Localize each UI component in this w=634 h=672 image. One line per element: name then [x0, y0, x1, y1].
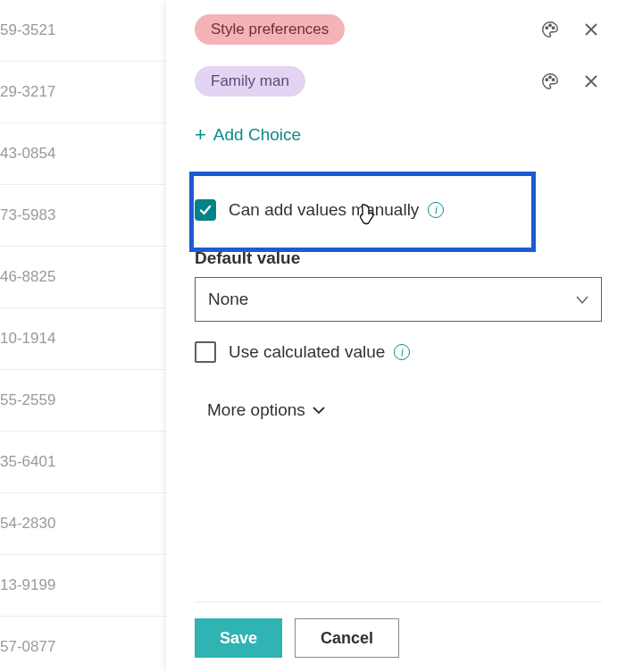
info-icon[interactable]: i	[394, 344, 410, 360]
save-button[interactable]: Save	[195, 618, 282, 658]
use-calculated-row[interactable]: Use calculated value i	[195, 341, 602, 363]
svg-point-2	[552, 27, 554, 29]
list-row: 29-3217	[0, 62, 170, 123]
default-value-select[interactable]: None	[195, 277, 602, 322]
cancel-button[interactable]: Cancel	[295, 618, 399, 658]
choice-pill[interactable]: Family man	[195, 66, 305, 97]
chevron-down-icon	[313, 406, 325, 415]
chevron-down-icon	[576, 290, 588, 309]
panel-footer: Save Cancel	[195, 601, 602, 658]
svg-point-1	[549, 24, 551, 26]
can-add-values-row[interactable]: Can add values manually i	[195, 168, 602, 248]
add-choice-button[interactable]: + Add Choice	[195, 123, 602, 147]
choice-row: Style preferences	[195, 4, 602, 55]
add-choice-label: Add Choice	[213, 125, 301, 145]
more-options-toggle[interactable]: More options	[207, 400, 602, 420]
palette-icon[interactable]	[539, 71, 561, 92]
can-add-values-checkbox[interactable]	[195, 199, 216, 221]
list-row: 35-6401	[0, 432, 170, 493]
list-row: 57-0877	[0, 617, 170, 672]
choice-row: Family man	[195, 55, 602, 107]
default-value-selected: None	[208, 290, 248, 309]
can-add-values-label: Can add values manually i	[229, 200, 444, 220]
info-icon[interactable]: i	[428, 202, 444, 218]
use-calculated-checkbox[interactable]	[195, 341, 216, 363]
list-row: 13-9199	[0, 555, 170, 617]
list-row: 59-3521	[0, 0, 170, 62]
use-calculated-label: Use calculated value i	[229, 342, 410, 362]
svg-point-5	[552, 79, 554, 80]
close-icon[interactable]	[580, 19, 602, 40]
list-row: 73-5983	[0, 185, 170, 247]
list-row: 55-2559	[0, 370, 170, 432]
column-settings-panel: Style preferencesFamily man + Add Choice…	[166, 0, 634, 672]
default-value-label: Default value	[195, 248, 602, 268]
list-row: 46-8825	[0, 247, 170, 308]
choice-pill[interactable]: Style preferences	[195, 14, 345, 45]
close-icon[interactable]	[580, 71, 602, 92]
list-row: 43-0854	[0, 123, 170, 185]
background-list: 59-352129-321743-085473-598346-882510-19…	[0, 0, 170, 672]
svg-point-3	[546, 79, 547, 80]
svg-point-0	[546, 27, 547, 29]
plus-icon: +	[195, 123, 206, 147]
palette-icon[interactable]	[539, 19, 561, 40]
list-row: 10-1914	[0, 308, 170, 370]
list-row: 54-2830	[0, 493, 170, 555]
svg-point-4	[549, 76, 551, 78]
